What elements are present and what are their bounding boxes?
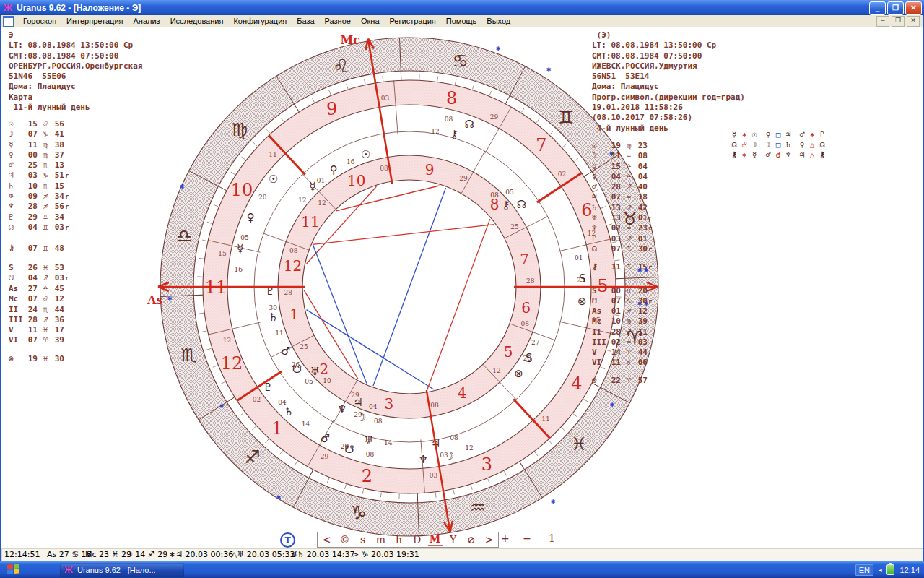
svg-text:11: 11 bbox=[275, 329, 283, 337]
step-minus-button[interactable]: − bbox=[523, 532, 531, 544]
planet-row: ⚷07♊48 bbox=[9, 243, 65, 254]
svg-text:♄: ♄ bbox=[269, 311, 278, 324]
svg-text:02: 02 bbox=[558, 171, 566, 178]
svg-text:✱: ✱ bbox=[546, 66, 552, 73]
time-step-Y[interactable]: Y bbox=[446, 534, 461, 545]
menu-item-5[interactable]: Конфигурация bbox=[228, 16, 292, 26]
planet-row: S00♉20 bbox=[592, 286, 652, 296]
time-step-⊘[interactable]: ⊘ bbox=[464, 534, 479, 545]
planet-row: V11♓17 bbox=[9, 325, 65, 335]
child-minimize-button[interactable]: – bbox=[876, 16, 889, 27]
svg-text:♋: ♋ bbox=[452, 51, 468, 72]
status-segment-5: ∗♃ 20.03 00:36 bbox=[169, 550, 233, 559]
planet-row: ☽07♑41 bbox=[9, 129, 69, 139]
planet-row: ☿15♎04 bbox=[592, 162, 652, 172]
svg-text:✱: ✱ bbox=[496, 46, 501, 52]
language-indicator[interactable]: EN bbox=[855, 564, 873, 576]
left-chart-info: ЭLT: 08.08.1984 13:50:00 СрGMT:08.08.198… bbox=[9, 30, 182, 392]
taskbar: Ж Uranus 9.62 - [Нало... EN ◂ 12:14 bbox=[0, 561, 924, 578]
svg-text:29: 29 bbox=[351, 392, 359, 399]
svg-text:20: 20 bbox=[258, 194, 267, 201]
menu-item-2[interactable]: Интерпретация bbox=[61, 16, 128, 26]
svg-text:☊: ☊ bbox=[517, 198, 526, 211]
time-step-©[interactable]: © bbox=[338, 534, 352, 545]
menu-item-6[interactable]: База bbox=[292, 16, 319, 26]
svg-text:16: 16 bbox=[346, 158, 355, 165]
minimize-button[interactable]: _ bbox=[869, 1, 886, 15]
system-tray: EN ◂ 12:14 bbox=[855, 561, 920, 578]
svg-text:2: 2 bbox=[362, 466, 372, 486]
svg-text:05: 05 bbox=[505, 189, 514, 196]
time-step-M[interactable]: M bbox=[428, 533, 443, 546]
planet-row: ♇03♐01 bbox=[592, 234, 652, 244]
status-segment-4: ☽ 14 ♐ 29 bbox=[126, 550, 167, 559]
menu-item-8[interactable]: Окна bbox=[356, 16, 385, 26]
planet-row: ☿11♍38 bbox=[9, 140, 69, 150]
svg-text:10: 10 bbox=[231, 180, 253, 200]
transit-toggle[interactable]: T bbox=[280, 532, 295, 548]
svg-text:♂: ♂ bbox=[321, 432, 330, 445]
taskbar-app-button[interactable]: Ж Uranus 9.62 - [Нало... bbox=[60, 563, 184, 577]
svg-text:12: 12 bbox=[318, 199, 326, 207]
child-close-button[interactable]: ✕ bbox=[907, 16, 920, 27]
close-button[interactable]: ✕ bbox=[905, 1, 922, 15]
planet-row: ☋04♐03r bbox=[9, 273, 69, 283]
menu-item-9[interactable]: Регистрация bbox=[385, 16, 441, 26]
svg-text:3: 3 bbox=[385, 395, 394, 413]
planet-row: Mc07♌12 bbox=[9, 294, 65, 304]
svg-text:⚷: ⚷ bbox=[450, 128, 458, 141]
time-step-h[interactable]: h bbox=[392, 534, 406, 545]
svg-text:S: S bbox=[579, 272, 586, 285]
menu-item-1[interactable]: Гороскоп bbox=[18, 16, 61, 26]
time-step->[interactable]: > bbox=[482, 534, 497, 545]
time-step-s[interactable]: s bbox=[356, 534, 370, 545]
svg-text:☽: ☽ bbox=[445, 449, 454, 462]
svg-text:♑: ♑ bbox=[350, 502, 366, 523]
svg-text:Mc: Mc bbox=[340, 33, 360, 47]
menu-item-11[interactable]: Выход bbox=[481, 16, 515, 26]
time-step-m[interactable]: m bbox=[374, 534, 388, 545]
planet-row: S26♓53 bbox=[9, 263, 69, 273]
svg-text:12: 12 bbox=[298, 197, 306, 204]
svg-text:♒: ♒ bbox=[470, 497, 486, 518]
planet-row: ♀00♍37 bbox=[9, 150, 69, 160]
svg-text:☿: ☿ bbox=[310, 180, 316, 193]
svg-text:05: 05 bbox=[240, 234, 249, 241]
app-icon: Ж bbox=[2, 3, 14, 13]
svg-text:01: 01 bbox=[317, 177, 325, 184]
status-segment-6: △♅ 20.03 05:33 bbox=[231, 550, 295, 559]
svg-text:01: 01 bbox=[575, 254, 583, 262]
planet-row: II24♏44 bbox=[9, 305, 65, 315]
start-button[interactable] bbox=[7, 564, 20, 575]
aspect-cell: ☿∗☉ bbox=[729, 129, 763, 139]
planet-row: ♆02♒23r bbox=[592, 223, 652, 233]
svg-text:6: 6 bbox=[581, 200, 592, 220]
menu-item-10[interactable]: Помощь bbox=[441, 16, 482, 26]
svg-text:29: 29 bbox=[490, 113, 499, 121]
status-segment-7: ☌♄ 20.03 14:37 bbox=[292, 550, 354, 559]
time-step-D[interactable]: D bbox=[410, 534, 424, 545]
svg-text:♊: ♊ bbox=[558, 107, 574, 128]
svg-text:8: 8 bbox=[446, 88, 457, 108]
menu-item-7[interactable]: Разное bbox=[320, 16, 356, 26]
svg-text:08: 08 bbox=[520, 320, 529, 327]
planet-row: ♃07♒18 bbox=[592, 192, 652, 202]
planet-row: II28♐11 bbox=[592, 327, 648, 337]
svg-text:♇: ♇ bbox=[263, 381, 272, 394]
menu-item-3[interactable]: Анализ bbox=[128, 16, 165, 26]
menu-item-4[interactable]: Исследования bbox=[165, 16, 229, 26]
time-step-<[interactable]: < bbox=[320, 534, 334, 545]
tray-expand-icon[interactable]: ◂ bbox=[879, 566, 882, 574]
mdi-child-icon[interactable] bbox=[3, 16, 14, 27]
planet-row: VI11♉06 bbox=[592, 358, 648, 368]
svg-text:♆: ♆ bbox=[337, 402, 346, 415]
svg-text:29: 29 bbox=[341, 443, 349, 450]
restore-button[interactable]: ❐ bbox=[887, 1, 904, 15]
step-plus-button[interactable]: + bbox=[501, 532, 510, 544]
status-bar: 12:14:51As 27 ♋ 18Mc 23 ♓ 29☽ 14 ♐ 29∗♃ … bbox=[1, 548, 923, 562]
svg-text:♃: ♃ bbox=[353, 396, 362, 409]
svg-text:♄: ♄ bbox=[284, 405, 293, 418]
child-restore-button[interactable]: ❐ bbox=[892, 16, 905, 27]
aspect-cell: ♂∗♇ bbox=[797, 129, 831, 139]
svg-text:7: 7 bbox=[520, 251, 529, 268]
